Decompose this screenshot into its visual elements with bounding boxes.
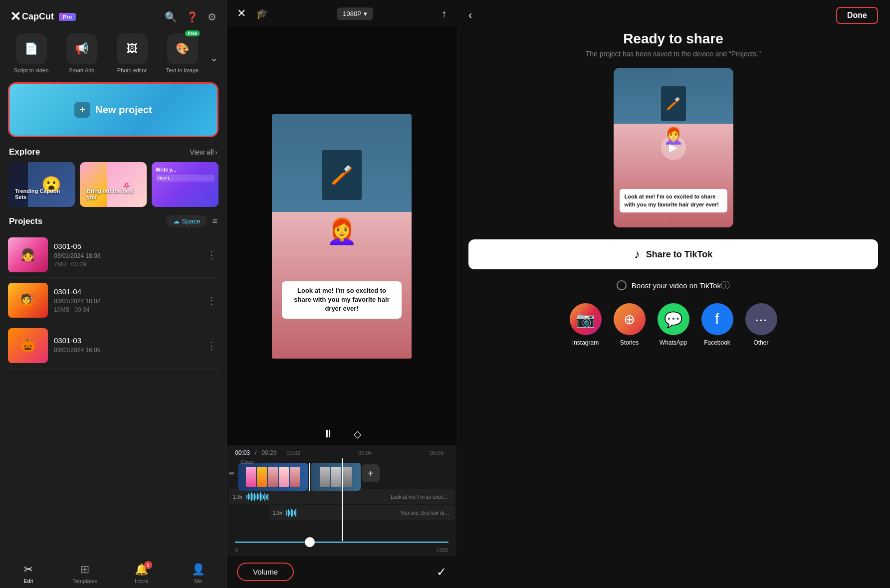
logo-area: ✕ CapCut Pro xyxy=(10,9,76,24)
project-menu-2[interactable]: ⋮ xyxy=(205,292,219,308)
explore-cards: 😮 Trending Caption Sets 🌸 Bring out the … xyxy=(0,162,226,215)
app-header: ✕ CapCut Pro 🔍 ❓ ⚙ xyxy=(0,0,226,29)
close-icon[interactable]: ✕ xyxy=(237,7,246,20)
share-title: Ready to share xyxy=(623,31,723,47)
project-item[interactable]: 💇 0301-04 03/01/2024 18:02 16MB 00:34 ⋮ xyxy=(8,278,219,323)
platform-other[interactable]: ··· Other xyxy=(745,303,777,346)
card-best-label: Bring out the best you xyxy=(84,185,143,203)
boost-info-icon[interactable]: ⓘ xyxy=(721,279,730,291)
done-button[interactable]: Done xyxy=(836,7,878,24)
clip-divider xyxy=(309,463,310,491)
project-thumb-2: 💇 xyxy=(8,283,48,318)
explore-card-trending[interactable]: 😮 Trending Caption Sets xyxy=(8,162,75,207)
text-to-image-icon: 🎨 xyxy=(176,42,189,55)
tool-script-to-video[interactable]: 📄 Script to video xyxy=(8,33,54,73)
project-info-2: 0301-04 03/01/2024 18:02 16MB 00:34 xyxy=(54,287,199,313)
timeline-tracks: ✏ Cover xyxy=(227,458,456,541)
project-menu-3[interactable]: ⋮ xyxy=(205,338,219,354)
platform-whatsapp[interactable]: 💬 WhatsApp xyxy=(658,303,689,346)
current-time: 00:03 xyxy=(235,449,250,456)
boost-row: Boost your video on TikTok ⓘ xyxy=(605,279,742,303)
video-caption-text: Look at me! I'm so excited to share with… xyxy=(288,286,396,314)
back-button[interactable]: ‹ xyxy=(468,9,472,22)
project-meta-1: 7MB 00:29 xyxy=(54,261,199,268)
project-menu-1[interactable]: ⋮ xyxy=(205,247,219,263)
stories-label: Stories xyxy=(620,339,639,346)
explore-card-script[interactable]: Write y... How t... xyxy=(152,162,219,207)
scroll-thumb[interactable] xyxy=(305,537,315,547)
platform-instagram[interactable]: 📷 Instagram xyxy=(570,303,602,346)
video-preview-area: 🪥 👩‍🦰 Look at me! I'm so excited to shar… xyxy=(227,27,456,445)
boost-radio[interactable] xyxy=(617,280,627,290)
play-icon: ▶ xyxy=(661,135,686,160)
tiktok-icon: ♪ xyxy=(634,247,640,261)
whatsapp-icon: 💬 xyxy=(658,303,689,335)
smart-ads-icon-box: 📢 xyxy=(66,33,97,64)
space-button[interactable]: ☁ Space xyxy=(166,215,208,227)
resolution-button[interactable]: 1080P ▾ xyxy=(337,7,373,20)
nav-templates-label: Templates xyxy=(72,578,97,584)
preview-caption-text: Look at me! I'm so excited to share with… xyxy=(625,193,722,208)
sort-icon[interactable]: ≡ xyxy=(212,216,218,226)
platform-stories[interactable]: ⊕ Stories xyxy=(614,303,646,346)
stories-icon: ⊕ xyxy=(614,303,646,335)
audio-track-2: 1.3x You see, this hair dryer has... xyxy=(269,505,454,520)
explore-card-best[interactable]: 🌸 Bring out the best you xyxy=(80,162,147,207)
script-to-video-icon: 📄 xyxy=(24,42,38,55)
share-platforms: 📷 Instagram ⊕ Stories 💬 WhatsApp f Faceb… xyxy=(560,303,787,361)
video-caption-box: Look at me! I'm so excited to share with… xyxy=(282,281,402,319)
video-clip-2[interactable] xyxy=(311,463,361,491)
project-date-2: 03/01/2024 18:02 xyxy=(54,298,199,305)
keyframe-button[interactable]: ◇ xyxy=(354,428,361,440)
nav-inbox[interactable]: 🔔 2 Inbox xyxy=(113,561,170,586)
project-thumb-1: 👧 xyxy=(8,237,48,272)
toolbar-row: 📄 Script to video 📢 Smart Ads 🖼 Photo ed… xyxy=(0,29,226,79)
audio-speed-2: 1.3x xyxy=(273,510,282,516)
add-clip-button[interactable]: + xyxy=(362,464,380,482)
settings-icon[interactable]: ⚙ xyxy=(208,11,217,23)
timeline-area: 00:03 / 00:29 00:02 00:04 00:06 ✏ Cover xyxy=(227,445,456,555)
help-icon[interactable]: ❓ xyxy=(186,11,199,23)
volume-label: Volume xyxy=(253,568,278,576)
search-icon[interactable]: 🔍 xyxy=(165,11,177,23)
tool-smart-ads[interactable]: 📢 Smart Ads xyxy=(58,33,105,73)
learn-icon[interactable]: 🎓 xyxy=(256,7,268,19)
tiktok-share-button[interactable]: ♪ Share to TikTok xyxy=(468,239,878,269)
platform-facebook[interactable]: f Facebook xyxy=(701,303,733,346)
share-content: Ready to share The project has been save… xyxy=(456,31,890,588)
view-all-button[interactable]: View all › xyxy=(190,148,218,156)
cover-label: Cover xyxy=(241,459,254,465)
share-preview-frame[interactable]: 🪥 👩‍🦰 ▶ Look at me! I'm so excited to sh… xyxy=(614,68,733,227)
projects-title: Projects xyxy=(9,216,42,226)
preview-caption: Look at me! I'm so excited to share with… xyxy=(620,189,727,212)
editor-header-right: ↑ xyxy=(442,8,446,19)
upload-icon[interactable]: ↑ xyxy=(442,8,446,19)
resolution-label: 1080P xyxy=(343,10,362,17)
pause-button[interactable]: ⏸ xyxy=(323,427,334,440)
expand-button[interactable]: ⌄ xyxy=(210,51,219,73)
tool-text-to-image[interactable]: 🎨 Free Text to image xyxy=(159,33,206,73)
nav-edit-label: Edit xyxy=(23,578,33,584)
nav-templates[interactable]: ⊞ Templates xyxy=(57,561,114,586)
project-item[interactable]: 🎃 0301-03 03/01/2024 16:05 ⋮ xyxy=(8,323,219,369)
templates-icon: ⊞ xyxy=(80,563,89,576)
photo-editor-icon: 🖼 xyxy=(127,42,138,55)
new-project-button[interactable]: + New project xyxy=(8,82,219,137)
nav-me[interactable]: 👤 Me xyxy=(170,561,227,586)
project-item[interactable]: 👧 0301-05 03/01/2024 18:03 7MB 00:29 ⋮ xyxy=(8,232,219,278)
audio-speed-1: 1.3x xyxy=(233,494,242,500)
boost-left: Boost your video on TikTok xyxy=(617,280,721,290)
editor-header-left: ✕ 🎓 xyxy=(237,7,268,20)
nav-edit[interactable]: ✂ Edit xyxy=(0,561,57,586)
scroll-min-label: 0 xyxy=(235,547,238,553)
card-trending-bg: 😮 Trending Caption Sets xyxy=(8,162,75,207)
tool-photo-editor[interactable]: 🖼 Photo editor xyxy=(109,33,155,73)
project-list: 👧 0301-05 03/01/2024 18:03 7MB 00:29 ⋮ 💇 xyxy=(0,232,226,557)
playback-controls: ⏸ ◇ xyxy=(227,427,456,440)
confirm-button[interactable]: ✓ xyxy=(437,565,446,579)
video-clip-1[interactable] xyxy=(238,463,308,491)
left-panel: ✕ CapCut Pro 🔍 ❓ ⚙ 📄 Script to video 📢 S… xyxy=(0,0,227,588)
project-info-1: 0301-05 03/01/2024 18:03 7MB 00:29 xyxy=(54,242,199,268)
volume-button[interactable]: Volume xyxy=(237,563,294,581)
scroll-max-label: 1000 xyxy=(437,547,448,553)
